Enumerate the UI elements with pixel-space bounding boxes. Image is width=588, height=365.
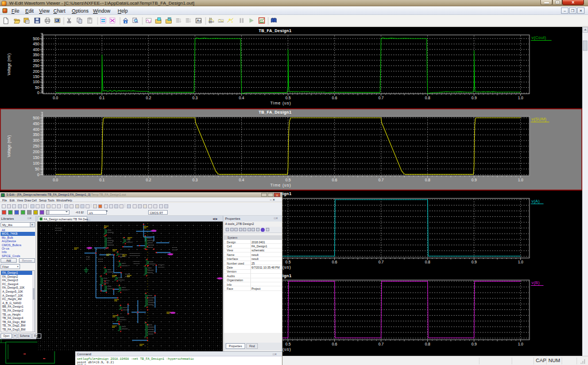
svg-text:0.6: 0.6 [332,342,337,346]
svg-text:0.7: 0.7 [378,96,384,100]
svg-text:v(A): v(A) [532,199,540,204]
svg-text:0.4: 0.4 [239,96,244,100]
svg-text:400: 400 [33,127,40,131]
svg-text:0: 0 [37,173,40,177]
svg-text:350: 350 [33,53,40,57]
svg-text:100: 100 [33,80,40,84]
svg-text:TB_FA_Design1: TB_FA_Design1 [258,29,291,33]
svg-text:1.0: 1.0 [518,260,523,264]
svg-text:0.5: 0.5 [285,96,291,100]
svg-text:1.0: 1.0 [518,342,523,346]
svg-text:A: A [196,18,199,22]
svg-text:0.7: 0.7 [378,342,384,346]
svg-text:v(B): v(B) [532,280,540,285]
svg-text:0.7: 0.7 [378,178,384,182]
svg-text:Time (us): Time (us) [270,183,292,188]
svg-text:450: 450 [33,122,40,126]
svg-text:0.9: 0.9 [471,342,477,346]
svg-text:250: 250 [33,64,40,68]
svg-text:250: 250 [33,144,40,148]
svg-text:0.2: 0.2 [146,96,151,100]
svg-text:0.0: 0.0 [53,178,58,182]
svg-text:150: 150 [33,75,40,79]
svg-text:0.9: 0.9 [471,178,477,182]
svg-text:TB_FA_Design1: TB_FA_Design1 [258,110,291,115]
svg-text:0.1: 0.1 [99,96,105,100]
svg-text:0.8: 0.8 [425,96,430,100]
svg-text:v(SUM): v(SUM) [532,117,547,122]
svg-text:0.5: 0.5 [285,342,291,346]
svg-text:0.5: 0.5 [285,260,291,264]
svg-text:50: 50 [35,86,40,90]
svg-text:350: 350 [33,133,40,137]
svg-text:0.7: 0.7 [378,260,384,264]
svg-text:400: 400 [33,48,40,52]
svg-text:0.2: 0.2 [146,178,151,182]
svg-text:0.8: 0.8 [425,178,430,182]
svg-text:300: 300 [33,138,40,142]
svg-text:0.6: 0.6 [332,178,337,182]
svg-text:0.4: 0.4 [239,178,244,182]
svg-text:300: 300 [33,59,40,63]
svg-text:0.8: 0.8 [425,342,430,346]
svg-text:500: 500 [33,37,40,41]
svg-text:Voltage (mV): Voltage (mV) [7,53,11,75]
svg-text:0.6: 0.6 [332,260,337,264]
svg-text:0.9: 0.9 [471,260,477,264]
svg-text:100: 100 [33,161,40,165]
svg-text:0.1: 0.1 [99,178,105,182]
svg-text:0.3: 0.3 [192,96,198,100]
svg-text:200: 200 [33,150,40,154]
svg-text:50: 50 [35,167,40,171]
svg-text:0.9: 0.9 [471,96,477,100]
svg-text:0: 0 [37,91,40,95]
svg-text:0.8: 0.8 [425,260,430,264]
svg-text:500: 500 [33,116,40,120]
svg-text:v(Cout): v(Cout) [532,35,547,40]
svg-text:0.5: 0.5 [285,178,291,182]
svg-text:0.0: 0.0 [53,96,58,100]
svg-text:1.0: 1.0 [518,178,523,182]
svg-text:Voltage (mV): Voltage (mV) [7,135,11,157]
svg-text:150: 150 [33,156,40,160]
svg-text:0.3: 0.3 [192,178,198,182]
svg-text:450: 450 [33,42,40,46]
svg-text:0.6: 0.6 [332,96,337,100]
svg-text:1.0: 1.0 [518,96,523,100]
svg-text:200: 200 [33,69,40,73]
svg-text:Time (us): Time (us) [270,101,292,106]
